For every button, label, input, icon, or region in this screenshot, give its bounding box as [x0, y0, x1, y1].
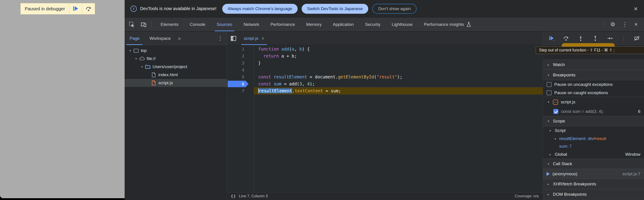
tab-label: Lighthouse: [392, 22, 412, 27]
tab-workspace[interactable]: Workspace: [144, 32, 176, 45]
screenshot-root: Paused in debugger: [0, 0, 644, 200]
scope-global-group[interactable]: ▸ Global Window: [543, 150, 644, 159]
code-text: resultElement.textContent = sum;: [254, 87, 543, 94]
call-stack-frame[interactable]: (anonymous) script.js:7: [543, 169, 644, 179]
chevron-down-icon: ▾: [546, 119, 550, 123]
pause-caught-row[interactable]: Pause on caught exceptions: [543, 89, 644, 97]
tree-item-label: top: [141, 48, 147, 53]
tree-item-users-user-project[interactable]: ▾Users/user/project: [124, 63, 227, 71]
chevron-down-icon[interactable]: ▾: [140, 65, 144, 68]
close-icon[interactable]: ×: [634, 5, 638, 12]
breakpoint-file-group[interactable]: ▾ ‹› script.js: [543, 97, 644, 107]
code-line-6[interactable]: 6const sum = add(3, 4);: [227, 80, 543, 87]
code-line-7[interactable]: 7resultElement.textContent = sum;: [227, 87, 543, 94]
pause-uncaught-row[interactable]: Pause on uncaught exceptions: [543, 80, 644, 89]
notification-bar: i DevTools is now available in Japanese!…: [124, 0, 644, 17]
checkbox-unchecked[interactable]: [546, 90, 552, 95]
chevron-down-icon: ▾: [548, 129, 552, 132]
inspect-element-icon[interactable]: [129, 21, 135, 28]
notification-button[interactable]: Always match Chrome's language: [222, 4, 298, 14]
gear-icon[interactable]: ⚙: [608, 21, 618, 27]
line-number[interactable]: 1: [227, 46, 254, 53]
panel-tabs: ElementsConsoleSourcesNetworkPerformance…: [155, 17, 477, 31]
checkbox-unchecked[interactable]: [546, 82, 552, 87]
editor-tab-scriptjs[interactable]: script.js ×: [240, 32, 268, 45]
close-tab-icon[interactable]: ×: [262, 36, 264, 41]
device-toolbar-icon[interactable]: [140, 21, 147, 28]
tab-page[interactable]: Page: [124, 32, 144, 45]
tree-item-file-[interactable]: ▾file://: [124, 55, 227, 63]
section-scope[interactable]: ▾ Scope: [543, 116, 644, 126]
devtools-window: i DevTools is now available in Japanese!…: [124, 0, 644, 200]
deactivate-breakpoints-icon[interactable]: [634, 35, 640, 41]
separator: :: [585, 136, 586, 141]
tab-performance[interactable]: Performance: [265, 17, 300, 31]
cloud-icon: [139, 56, 145, 62]
tree-item-script-js[interactable]: script.js: [124, 79, 227, 87]
tab-performance-insights[interactable]: Performance insights: [418, 17, 477, 31]
line-number[interactable]: 3: [227, 59, 254, 66]
section-xhr-breakpoints[interactable]: ▸ XHR/fetch Breakpoints: [543, 179, 644, 189]
code-line-4[interactable]: 4: [227, 66, 543, 73]
close-devtools-icon[interactable]: ×: [632, 21, 640, 27]
code-line-3[interactable]: 3}: [227, 59, 543, 66]
breakpoint-line-number[interactable]: 6: [227, 80, 254, 87]
tab-label: Memory: [306, 22, 322, 27]
page-viewport: [0, 0, 124, 198]
line-number[interactable]: 5: [227, 73, 254, 80]
devtools-tab-bar: ElementsConsoleSourcesNetworkPerformance…: [124, 17, 644, 31]
line-number[interactable]: 2: [227, 53, 254, 59]
tab-memory[interactable]: Memory: [300, 17, 327, 31]
frame-location: script.js:7: [622, 172, 640, 176]
pretty-print-icon[interactable]: { }: [231, 194, 235, 199]
chevron-down-icon[interactable]: ▾: [128, 49, 133, 52]
tab-application[interactable]: Application: [327, 17, 360, 31]
chevron-right-icon: ▸: [554, 137, 558, 140]
tab-elements[interactable]: Elements: [155, 17, 184, 31]
line-number[interactable]: 7: [227, 87, 254, 94]
tab-lighthouse[interactable]: Lighthouse: [386, 17, 418, 31]
step-into-icon[interactable]: [578, 35, 584, 41]
code-line-5[interactable]: 5const resultElement = document.getEleme…: [227, 73, 543, 80]
tab-network[interactable]: Network: [238, 17, 265, 31]
section-call-stack[interactable]: ▾ Call Stack: [543, 159, 644, 169]
more-tabs-icon[interactable]: »: [176, 35, 183, 41]
tab-label: Application: [333, 22, 354, 27]
resume-script-icon[interactable]: [548, 35, 554, 41]
tab-security[interactable]: Security: [360, 17, 386, 31]
section-watch[interactable]: ▸ Watch: [543, 59, 644, 70]
code-line-1[interactable]: 1function add(a, b) {: [227, 46, 543, 53]
step-icon[interactable]: [607, 35, 613, 41]
tab-console[interactable]: Console: [184, 17, 211, 31]
line-number[interactable]: 4: [227, 66, 254, 73]
cursor-position: Line 7, Column 3: [239, 194, 268, 199]
code-editor[interactable]: 1function add(a, b) {2 return a + b;3}45…: [227, 45, 543, 192]
breakpoint-entry[interactable]: const sum = add(3, 4); 6: [543, 107, 644, 116]
scope-var-resultElement[interactable]: ▸ resultElement: div#result: [543, 135, 644, 143]
kebab-menu-icon[interactable]: ⋮: [619, 21, 630, 27]
checkbox-checked[interactable]: [553, 109, 558, 114]
step-over-icon[interactable]: [563, 35, 569, 41]
kebab-menu-icon[interactable]: ⋮: [218, 35, 227, 41]
notification-button[interactable]: Switch DevTools to Japanese: [302, 4, 368, 14]
tree-item-label: index.html: [158, 72, 178, 77]
chevron-down-icon[interactable]: ▾: [134, 57, 138, 60]
code-line-2[interactable]: 2 return a + b;: [227, 53, 543, 59]
scope-script-group[interactable]: ▾ Script: [543, 126, 644, 135]
tree-item-index-html[interactable]: index.html: [124, 71, 227, 79]
collapse-sidebar-icon[interactable]: [230, 35, 237, 41]
editor-tab-label: script.js: [244, 36, 258, 41]
step-over-button[interactable]: [82, 3, 95, 14]
resume-script-button[interactable]: [69, 3, 82, 14]
tree-item-top[interactable]: ▾top: [124, 46, 227, 55]
section-breakpoints[interactable]: ▾ Breakpoints: [543, 70, 644, 80]
notification-button[interactable]: Don't show again: [372, 4, 416, 14]
code-text: return a + b;: [254, 53, 543, 59]
var-name: sum: [559, 144, 567, 149]
scope-var-sum[interactable]: sum: 7: [543, 143, 644, 150]
section-dom-breakpoints[interactable]: ▸ DOM Breakpoints: [543, 189, 644, 200]
var-value-tag: div: [588, 136, 593, 141]
tab-sources[interactable]: Sources: [211, 17, 238, 31]
step-out-icon[interactable]: [592, 35, 598, 41]
watch-label: Watch: [553, 62, 565, 67]
